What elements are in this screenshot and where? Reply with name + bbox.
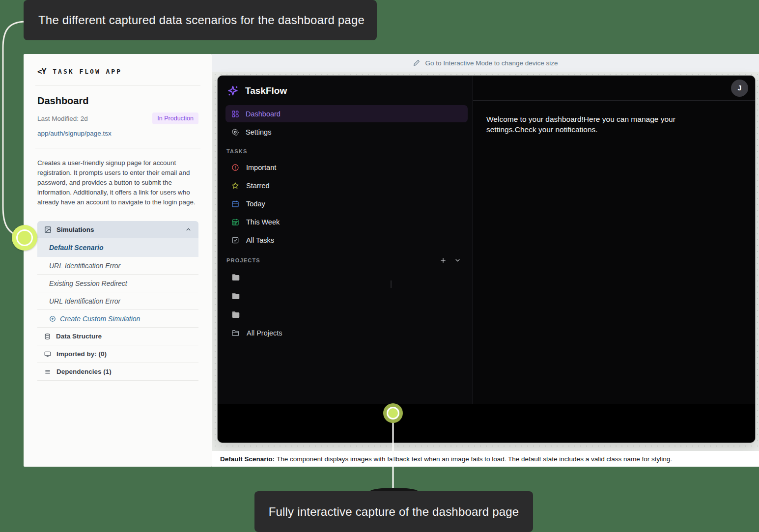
task-flow-logo-icon: <Y [37, 67, 46, 76]
project-item[interactable] [225, 268, 468, 286]
add-project-icon[interactable] [440, 257, 447, 264]
nav-item-settings[interactable]: Settings [225, 123, 468, 140]
bottom-annotation-tooltip: Fully interactive capture of the dashboa… [254, 491, 533, 532]
task-item-important[interactable]: Important [225, 158, 468, 176]
folder-outline-icon [231, 329, 240, 336]
section-dependencies[interactable]: Dependencies (1) [37, 363, 198, 381]
section-imported-by[interactable]: Imported by: (0) [37, 345, 198, 363]
component-description: Creates a user-friendly signup page for … [37, 158, 198, 207]
task-item-starred[interactable]: Starred [225, 176, 468, 195]
scenario-marker-inner [16, 229, 33, 246]
chevron-up-icon[interactable] [185, 226, 192, 233]
list-icon [44, 368, 51, 375]
inspector-header: <Y TASK FLOW APP [24, 54, 212, 85]
inspector-panel: <Y TASK FLOW APP Dashboard Last Modified… [24, 54, 212, 467]
scenario-item[interactable]: URL Identification Error [37, 257, 198, 275]
database-icon [44, 333, 51, 340]
folder-icon [231, 292, 240, 300]
section-label: Imported by: (0) [56, 350, 107, 358]
page-title: Dashboard [37, 95, 198, 107]
section-label: Dependencies (1) [56, 368, 112, 375]
task-label: All Tasks [246, 236, 274, 244]
scenario-label: URL Identification Error [49, 262, 120, 270]
divider [35, 148, 200, 148]
taskflow-topbar: J [473, 76, 755, 101]
captured-page-footer-strip [218, 404, 755, 443]
welcome-text: Welcome to your dashboard!Here you can m… [473, 101, 738, 148]
bottom-annotation-text: Fully interactive capture of the dashboa… [269, 505, 519, 519]
task-item-today[interactable]: Today [225, 195, 468, 213]
section-label: Data Structure [56, 333, 102, 340]
pencil-icon [413, 59, 420, 66]
simulation-icon [44, 226, 52, 233]
all-projects-item[interactable]: All Projects [225, 324, 468, 342]
app-name: TASK FLOW APP [53, 68, 122, 75]
task-label: This Week [246, 218, 280, 226]
plus-circle-icon [49, 315, 56, 322]
calendar-icon [231, 218, 239, 226]
scenario-marker-dot[interactable] [12, 225, 37, 251]
task-label: Today [246, 200, 265, 208]
taskflow-sidebar: TaskFlow Dashboard Settings [218, 76, 473, 404]
section-data-structure[interactable]: Data Structure [37, 328, 198, 345]
scenario-label: Default Scenario [49, 244, 103, 252]
last-modified-text: Last Modified: 2d [37, 115, 88, 122]
taskflow-content: J Welcome to your dashboard!Here you can… [473, 76, 755, 404]
projects-group-label: PROJECTS [226, 257, 468, 264]
star-icon [231, 182, 239, 190]
simulations-header[interactable]: Simulations [37, 221, 198, 238]
gear-icon [231, 128, 239, 136]
projects-label-text: PROJECTS [226, 257, 260, 263]
check-square-icon [231, 236, 239, 244]
interactive-mode-bar[interactable]: Go to Interactive Mode to change device … [212, 54, 759, 72]
task-item-all-tasks[interactable]: All Tasks [225, 231, 468, 249]
top-annotation-tooltip: The different captured data scenarios fo… [24, 0, 377, 40]
capture-marker-inner [387, 407, 399, 420]
simulations-section: Simulations Default Scenario URL Identif… [37, 221, 198, 381]
text-caret [391, 280, 392, 288]
project-item[interactable] [225, 286, 468, 305]
grid-icon [231, 110, 239, 118]
all-projects-label: All Projects [247, 329, 282, 337]
page: The different captured data scenarios fo… [0, 0, 759, 532]
monitor-icon [44, 351, 51, 358]
nav-label: Settings [246, 128, 271, 136]
create-custom-simulation-button[interactable]: Create Custom Simulation [37, 310, 198, 328]
scenario-caption-text: The component displays images with fallb… [277, 455, 672, 463]
scenario-item[interactable]: Existing Session Redirect [37, 275, 198, 292]
file-path-link[interactable]: app/auth/signup/page.tsx [37, 130, 198, 137]
captured-app-window: TaskFlow Dashboard Settings [218, 76, 755, 443]
preview-workspace: Go to Interactive Mode to change device … [212, 54, 759, 467]
project-item[interactable] [225, 305, 468, 323]
scenario-caption-label: Default Scenario: [220, 455, 275, 463]
avatar[interactable]: J [731, 80, 748, 97]
create-custom-simulation-label: Create Custom Simulation [60, 315, 140, 323]
folder-icon [231, 273, 240, 281]
sparkle-logo-icon [226, 84, 239, 97]
status-badge: In Production [152, 112, 198, 124]
alert-circle-icon [231, 164, 239, 171]
task-label: Important [246, 164, 276, 171]
simulations-header-label: Simulations [56, 226, 94, 233]
scenario-item-default[interactable]: Default Scenario [37, 238, 198, 257]
top-annotation-text: The different captured data scenarios fo… [38, 13, 365, 27]
scenario-label: Existing Session Redirect [49, 280, 127, 287]
tasks-group-label: TASKS [226, 148, 468, 154]
scenario-item[interactable]: URL Identification Error [37, 292, 198, 310]
brand-name: TaskFlow [245, 85, 287, 96]
capture-marker-dot[interactable] [383, 403, 403, 423]
scenario-label: URL Identification Error [49, 297, 120, 305]
task-label: Starred [246, 182, 270, 190]
interactive-mode-text: Go to Interactive Mode to change device … [425, 59, 558, 67]
folder-icon [231, 310, 240, 318]
task-item-this-week[interactable]: This Week [225, 213, 468, 231]
scenario-caption-bar: Default Scenario: The component displays… [212, 451, 759, 467]
taskflow-brand: TaskFlow [225, 83, 468, 105]
calendar-icon [231, 200, 239, 208]
chevron-down-icon[interactable] [454, 257, 461, 264]
nav-label: Dashboard [246, 110, 281, 118]
nav-item-dashboard[interactable]: Dashboard [225, 105, 468, 122]
